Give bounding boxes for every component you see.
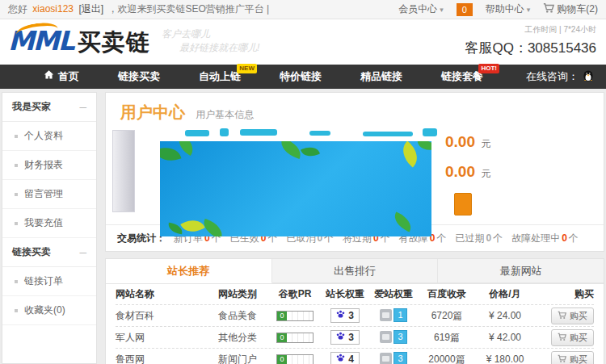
currency-unit: 元 — [481, 138, 490, 149]
sidebar: 我是买家 ─ 个人资料 财务报表 留言管理 我要充值 链接买卖 ─ — [2, 92, 97, 364]
online-consult[interactable]: 在线咨询： — [526, 65, 595, 89]
title-row: 用户中心 用户基本信息 — [106, 93, 604, 123]
buy-button[interactable]: 购买 — [551, 329, 594, 346]
sidebar-item-label: 个人资料 — [24, 129, 63, 143]
site-logo[interactable]: MML 买卖链 — [8, 26, 150, 56]
bullet-icon — [15, 222, 18, 225]
nav-link-packages[interactable]: 链接套餐 HOT! — [422, 65, 503, 89]
cart-label: 购物车(2) — [557, 2, 598, 16]
logout-link[interactable]: [退出] — [78, 3, 103, 15]
aizhan-value: 3 — [393, 352, 407, 364]
tab-recommend[interactable]: 站长推荐 — [106, 259, 272, 283]
bullet-icon — [15, 280, 18, 283]
site-name-link[interactable]: 食材百科 — [116, 309, 206, 323]
member-center-menu[interactable]: 会员中心 ▾ — [398, 2, 444, 16]
cart-icon — [543, 2, 554, 16]
pr-cell: 0 — [269, 310, 321, 321]
leaf-decoration — [160, 143, 181, 165]
sidebar-item-finance-report[interactable]: 财务报表 — [2, 151, 96, 180]
username-link[interactable]: xiaosi123 — [32, 3, 74, 15]
page: 您好 xiaosi123 [退出] ，欢迎来到买卖链SEO营销推广平台 | 会员… — [0, 0, 606, 364]
notification-badge[interactable]: 0 — [457, 3, 473, 16]
pr-cell: 0 — [269, 332, 321, 343]
logo-cn-text: 买卖链 — [78, 27, 150, 56]
sidebar-section-buyer[interactable]: 我是买家 ─ — [2, 93, 96, 122]
nav-auto-link-label: 自动上链 — [199, 65, 241, 89]
sites-table: 网站名称 网站类别 谷歌PR 站长权重 爱站权重 百度收录 价格/月 购买 食材… — [106, 284, 604, 364]
site-name-link[interactable]: 鲁西网 — [116, 353, 206, 364]
currency-unit: 元 — [481, 168, 490, 179]
frozen-amount: 0.00 — [445, 163, 475, 180]
sidebar-item-label: 留言管理 — [24, 187, 63, 201]
col-site-name: 网站名称 — [116, 287, 206, 301]
nav-special-links[interactable]: 特价链接 — [260, 65, 341, 89]
nav-link-trade[interactable]: 链接买卖 — [99, 65, 179, 89]
paw-icon — [336, 332, 345, 343]
welcome-text: ，欢迎来到买卖链SEO营销推广平台 | — [107, 3, 269, 15]
cart-link[interactable]: 购物车(2) — [543, 2, 598, 16]
chinaz-cell: 3 — [321, 330, 369, 345]
aizhan-icon — [380, 309, 392, 321]
balance-amount: 0.00 — [445, 133, 475, 150]
buy-button[interactable]: 购买 — [551, 351, 594, 364]
online-consult-label: 在线咨询： — [526, 69, 579, 84]
service-qq: 客服QQ：308515436 — [465, 39, 596, 57]
sidebar-item-link-orders[interactable]: 链接订单 — [2, 267, 96, 296]
site-category: 新闻门户 — [206, 353, 269, 364]
help-center-menu[interactable]: 帮助中心 ▾ — [486, 2, 531, 16]
table-row: 食材百科 食品美食 0 3 1 6720篇 ¥ 24.00 购买 — [116, 305, 594, 327]
site-name-link[interactable]: 军人网 — [116, 331, 206, 345]
collapse-icon[interactable]: ─ — [79, 247, 86, 258]
sidebar-item-recharge[interactable]: 我要充值 — [2, 209, 96, 238]
help-center-label: 帮助中心 — [486, 2, 524, 16]
collapse-icon[interactable]: ─ — [79, 102, 86, 113]
tab-newest-sites[interactable]: 最新网站 — [438, 259, 604, 283]
leaf-decoration — [391, 212, 415, 232]
chinaz-value: 4 — [348, 354, 354, 364]
pr-bar-icon: 0 — [276, 311, 314, 321]
stat-expired: 已过期0个 — [455, 232, 503, 245]
balance-row: 0.00 元 — [445, 133, 490, 163]
baidu-index-value: 6720篇 — [418, 309, 476, 323]
aizhan-cell: 3 — [369, 352, 418, 364]
sidebar-item-messages[interactable]: 留言管理 — [2, 180, 96, 209]
nav-premium-links-label: 精品链接 — [360, 65, 402, 89]
sidebar-item-favorites[interactable]: 收藏夹(0) — [2, 296, 96, 325]
nav-home[interactable]: 首页 — [24, 65, 99, 89]
buy-button[interactable]: 购买 — [551, 308, 594, 324]
cart-icon — [558, 333, 566, 343]
aizhan-icon — [380, 331, 392, 343]
aizhan-icon — [380, 353, 392, 364]
slogan-line1: 客户去哪儿 — [162, 27, 259, 41]
recharge-button[interactable] — [454, 193, 472, 215]
buy-label: 购买 — [570, 332, 587, 344]
nav-auto-link[interactable]: 自动上链 NEW — [179, 65, 260, 89]
nav-premium-links[interactable]: 精品链接 — [341, 65, 422, 89]
tab-sales-rank[interactable]: 出售排行 — [272, 259, 439, 283]
chinaz-cell: 3 — [321, 308, 369, 323]
tab-bar: 站长推荐 出售排行 最新网站 — [106, 259, 604, 284]
sidebar-item-profile[interactable]: 个人资料 — [2, 122, 96, 151]
site-header: MML 买卖链 客户去哪儿 最好链接就在哪儿! 工作时间 | 7*24小时 客服… — [0, 19, 606, 65]
topbar-menus: 会员中心 ▾ 0 帮助中心 ▾ 购物车(2) — [398, 2, 598, 16]
col-price: 价格/月 — [476, 287, 534, 301]
hot-badge: HOT! — [478, 64, 499, 73]
sidebar-section-title: 我是买家 — [12, 100, 51, 114]
cart-icon — [558, 311, 566, 321]
price-value: ¥ 180.00 — [476, 354, 534, 364]
obscured-text-fragment — [363, 132, 413, 136]
pr-bar-icon: 0 — [276, 354, 314, 364]
page-title: 用户中心 — [120, 103, 185, 121]
nav-link-packages-label: 链接套餐 — [441, 65, 483, 89]
col-aizhan-rank: 爱站权重 — [369, 287, 418, 301]
bullet-icon — [15, 309, 18, 312]
site-category: 其他分类 — [206, 331, 269, 345]
sidebar-section-link-trade[interactable]: 链接买卖 ─ — [2, 238, 96, 267]
user-center-card: 用户中心 用户基本信息 0.00 元 0.00 元 — [105, 92, 604, 252]
baidu-index-value: 619篇 — [418, 331, 476, 345]
col-category: 网站类别 — [206, 287, 269, 301]
aizhan-value: 1 — [393, 308, 407, 322]
chevron-down-icon: ▾ — [527, 6, 531, 14]
sidebar-item-label: 链接订单 — [24, 274, 63, 288]
obscured-text-fragment — [185, 130, 209, 136]
